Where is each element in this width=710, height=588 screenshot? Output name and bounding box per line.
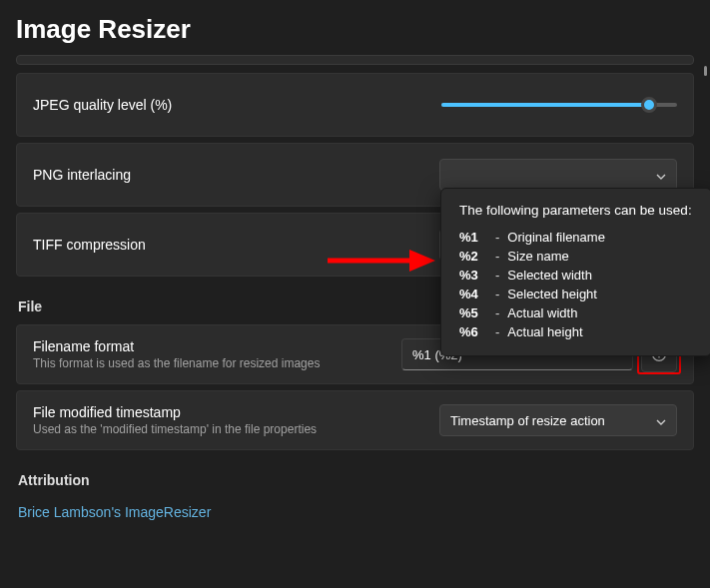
file-modified-timestamp-card: File modified timestamp Used as the 'mod… [16,390,694,450]
slider-thumb[interactable] [641,97,657,113]
tooltip-param-desc: Actual width [507,303,577,322]
tooltip-row: %3-Selected width [459,266,693,285]
tooltip-dash: - [495,322,499,341]
file-modified-timestamp-sub: Used as the 'modified timestamp' in the … [33,422,437,436]
file-modified-timestamp-dropdown[interactable]: Timestamp of resize action [439,404,677,436]
tooltip-dash: - [495,247,499,266]
scrollbar-thumb[interactable] [704,66,707,76]
tooltip-param-desc: Original filename [507,228,605,247]
tooltip-param-desc: Selected height [507,285,597,303]
tooltip-param-key: %4 [459,285,487,303]
jpeg-quality-slider[interactable] [441,95,677,115]
tooltip-param-key: %2 [459,247,487,266]
file-modified-timestamp-value: Timestamp of resize action [450,413,605,428]
png-interlacing-dropdown[interactable] [439,159,677,191]
chevron-down-icon [656,415,666,425]
page-title: Image Resizer [0,0,710,55]
tooltip-row: %1-Original filename [459,228,693,247]
tiff-compression-label: TIFF compression [33,237,437,253]
file-modified-timestamp-label: File modified timestamp [33,404,437,420]
filename-format-label: Filename format [33,338,391,354]
tooltip-dash: - [495,285,499,303]
tooltip-row: %6-Actual height [459,322,693,341]
jpeg-quality-card: JPEG quality level (%) [16,73,694,137]
tooltip-row: %4-Selected height [459,285,693,303]
filename-format-sub: This format is used as the filename for … [33,356,391,370]
jpeg-quality-label: JPEG quality level (%) [33,97,437,113]
tooltip-param-desc: Size name [507,247,568,266]
tooltip-row: %2-Size name [459,247,693,266]
tooltip-param-key: %1 [459,228,487,247]
tooltip-heading: The following parameters can be used: [459,203,693,218]
collapsed-card-top[interactable] [16,55,694,65]
tooltip-dash: - [495,266,499,285]
png-interlacing-label: PNG interlacing [33,167,437,183]
tooltip-row: %5-Actual width [459,303,693,322]
attribution-section-header: Attribution [18,472,694,488]
tooltip-param-desc: Actual height [507,322,582,341]
tooltip-rows: %1-Original filename%2-Size name%3-Selec… [459,228,693,341]
tooltip-param-key: %3 [459,266,487,285]
tooltip-param-desc: Selected width [507,266,592,285]
filename-params-tooltip: The following parameters can be used: %1… [440,188,710,356]
tooltip-dash: - [495,303,499,322]
attribution-link[interactable]: Brice Lambson's ImageResizer [18,504,211,520]
tooltip-dash: - [495,228,499,247]
chevron-down-icon [656,170,666,180]
tooltip-param-key: %5 [459,303,487,322]
tooltip-param-key: %6 [459,322,487,341]
